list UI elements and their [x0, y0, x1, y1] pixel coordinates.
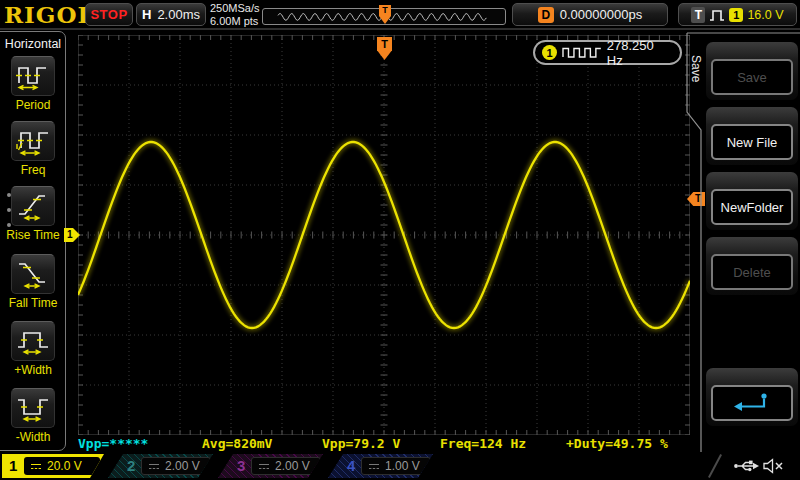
return-arrow-icon	[732, 391, 772, 415]
dc-coupling-icon	[258, 462, 270, 471]
channel-number: 4	[347, 457, 355, 474]
measurement-vpp: Vpp=79.2 V	[322, 436, 400, 451]
dc-coupling-icon	[148, 462, 160, 471]
channel-scale: 20.0 V	[47, 459, 82, 473]
measurement-freq: Freq=124 Hz	[440, 436, 526, 451]
sample-rate: 250MSa/s	[210, 2, 260, 15]
minus-width-icon	[11, 388, 55, 428]
ch1-marker-label: 1	[67, 229, 73, 240]
frequency-counter: 1 278.250 Hz	[533, 40, 682, 65]
softkey-save[interactable]: Save	[706, 42, 798, 100]
timebase-h-label: H	[142, 7, 151, 22]
menu-item-label: Period	[0, 98, 66, 112]
dc-coupling-icon	[368, 462, 380, 471]
channel-4-status[interactable]: 4 1.00 V	[328, 454, 434, 478]
channel-3-status[interactable]: 3 2.00 V	[218, 454, 324, 478]
trigger-letter: T	[382, 5, 388, 15]
oscilloscope-screen: RIGOL STOP H 2.00ms 250MSa/s 6.00M pts T…	[0, 0, 800, 480]
channel-status-bar: 1 20.0 V 2 2.00 V 3 2.	[0, 452, 800, 480]
softkey-label-new-file: New File	[711, 124, 793, 160]
channel-scale: 1.00 V	[385, 459, 420, 473]
menu-title: Horizontal	[0, 37, 66, 51]
grid-lines	[78, 35, 690, 435]
menu-item-label: Rise Time	[0, 228, 66, 242]
measurement-duty: +Duty=49.75 %	[566, 436, 668, 451]
pulse-icon	[709, 8, 725, 22]
softkey-label-new-folder: NewFolder	[711, 189, 793, 225]
measurement-vpp-masked: Vpp=*****	[78, 436, 148, 451]
counter-source-badge: 1	[542, 45, 557, 60]
channel-scale-box: 20.0 V	[24, 457, 100, 475]
delay-readout: D 0.00000000ps	[512, 3, 668, 26]
menu-item-label: +Width	[0, 363, 66, 377]
speaker-muted-icon	[762, 457, 784, 475]
trigger-source-badge: 1	[729, 8, 743, 22]
softkey-label-delete: Delete	[711, 254, 793, 290]
run-stop-indicator[interactable]: STOP	[85, 3, 133, 26]
run-state-label: STOP	[90, 7, 127, 22]
softkey-back-inner	[711, 385, 793, 421]
trigger-level-value: 16.0 V	[747, 8, 783, 22]
channel-1-status[interactable]: 1 20.0 V	[2, 454, 106, 478]
channel-scale-box: 2.00 V	[251, 457, 321, 475]
fall-time-icon	[11, 254, 55, 294]
measurement-avg: Avg=820mV	[202, 436, 272, 451]
graticule	[78, 35, 690, 435]
menu-item-label: Freq	[0, 163, 66, 177]
channel-scale-box: 1.00 V	[361, 457, 431, 475]
channel-number: 3	[237, 457, 245, 474]
softkey-back[interactable]	[706, 368, 798, 426]
softkey-new-file[interactable]: New File	[706, 107, 798, 165]
menu-item-label: Fall Time	[0, 296, 66, 310]
channel-number: 1	[9, 457, 17, 474]
usb-icon	[733, 458, 761, 474]
rise-time-icon	[11, 186, 55, 226]
trigger-letter: T	[381, 38, 388, 50]
rigol-logo: RIGOL	[4, 1, 95, 28]
delay-d-badge: D	[538, 7, 554, 23]
period-icon	[11, 56, 55, 96]
timebase-readout: H 2.00ms	[136, 3, 206, 26]
channel-number: 2	[127, 457, 135, 474]
channel-scale: 2.00 V	[275, 459, 310, 473]
softkey-label-save: Save	[711, 59, 793, 95]
save-tab-label: Save	[689, 55, 703, 82]
softkey-new-folder[interactable]: NewFolder	[706, 172, 798, 230]
top-status-bar: RIGOL STOP H 2.00ms 250MSa/s 6.00M pts T…	[0, 0, 800, 30]
freq-icon	[11, 121, 55, 161]
dc-coupling-icon	[30, 462, 42, 471]
acquisition-readout: 250MSa/s 6.00M pts	[210, 2, 260, 28]
timebase-value: 2.00ms	[157, 7, 200, 22]
menu-item-label: -Width	[0, 430, 66, 444]
channel-scale-box: 2.00 V	[141, 457, 211, 475]
plus-width-icon	[11, 321, 55, 361]
counter-value: 278.250 Hz	[607, 38, 673, 68]
memory-depth: 6.00M pts	[210, 15, 260, 28]
trigger-readout: T 1 16.0 V	[678, 3, 797, 26]
pulse-train-icon	[562, 46, 602, 59]
channel-2-status[interactable]: 2 2.00 V	[108, 454, 214, 478]
channel-scale: 2.00 V	[165, 459, 200, 473]
softkey-delete[interactable]: Delete	[706, 237, 798, 295]
delay-value: 0.00000000ps	[560, 7, 642, 22]
status-divider	[708, 454, 722, 478]
trigger-t-badge: T	[691, 7, 705, 23]
